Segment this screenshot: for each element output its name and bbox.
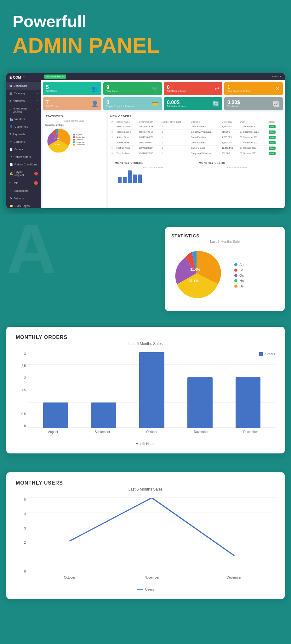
- bar-group-sep: [83, 352, 125, 428]
- line-svg-container: [28, 498, 275, 570]
- col-date: Date: [239, 120, 267, 124]
- sidebar-item-settings[interactable]: ⚙ Settings: [6, 195, 41, 202]
- settings-icon: ⚙: [9, 197, 12, 200]
- bar-group-aug: [35, 352, 77, 428]
- statistics-panel-title: STATISTICS: [45, 115, 103, 118]
- bars-container: [28, 352, 275, 428]
- y-label: 3: [16, 352, 28, 356]
- view-btn[interactable]: View: [269, 152, 276, 155]
- sidebar-label: Attributes: [13, 99, 25, 103]
- sidebar-label: Payments: [13, 133, 25, 136]
- bar-august: [43, 402, 68, 428]
- monthly-orders-subtitle: Last 6 Months Sales: [115, 166, 192, 169]
- sidebar-item-payout[interactable]: 💰 Payout request 1: [6, 168, 41, 179]
- sidebar-label: Return Conditions: [14, 163, 37, 166]
- x-label-dec: December: [226, 430, 275, 434]
- col-order: Order number: [138, 120, 160, 124]
- bar-oct: [128, 170, 132, 183]
- customers-icon: 👤: [9, 125, 13, 128]
- pie-large-container: 31.4% 57.1% Au Se Oc No De: [171, 248, 278, 305]
- col-customer: Customer: [190, 120, 220, 124]
- stats-row-2: 7 Total Vendors 👤 0 Payout Request in Pr…: [41, 97, 285, 112]
- monthly-users-subtitle: Last 6 Months Sales: [199, 166, 276, 169]
- sidebar-label: Customers: [14, 125, 28, 128]
- orders-icon: 🛒: [152, 85, 159, 92]
- stat-label: Total Vendors: [46, 105, 59, 107]
- sidebar-label: Home page settings: [13, 107, 35, 113]
- monthly-orders-title: MONTHLY ORDERS: [115, 161, 192, 164]
- sidebar-item-return-conditions[interactable]: 📄 Return Conditions: [6, 161, 41, 168]
- sidebar-item-attributes[interactable]: ≡ Attributes ›: [6, 97, 41, 105]
- dashboard-screenshot: E-COM ☰ ⊞ Dashboard ▦ Category › ≡ Attri…: [6, 73, 285, 208]
- help-badge: ●: [34, 181, 38, 185]
- statistics-large-card: STATISTICS Last 6 Months Sale 31.4%: [165, 227, 285, 311]
- stat-label: Total Cancelled Orders: [227, 90, 250, 92]
- view-btn[interactable]: View: [269, 141, 276, 144]
- view-btn[interactable]: View: [269, 125, 276, 128]
- monthly-orders-heading: MONTHLY ORDERS: [16, 335, 275, 340]
- stat-label: Your balance: [227, 105, 240, 107]
- stat-card-sales: 0.00$ Total value of sales 🔄: [164, 97, 222, 110]
- orders-panel-title: NEW ORDERS: [110, 115, 280, 118]
- x-label-nov: November: [176, 430, 226, 434]
- view-btn[interactable]: View: [269, 130, 276, 134]
- vendor-icon: 👤: [91, 100, 98, 107]
- y-label: 2: [16, 376, 28, 380]
- sidebar-logo: E-COM ☰: [6, 73, 41, 82]
- pie-legend: August September October November Decemb…: [73, 134, 85, 146]
- bar-september: [91, 402, 116, 428]
- view-btn[interactable]: View: [269, 136, 276, 139]
- cancel-icon: ✕: [275, 85, 280, 92]
- payout-icon: 💰: [9, 172, 13, 175]
- sidebar-item-return-orders[interactable]: ↩ Return orders: [6, 153, 41, 161]
- view-btn[interactable]: View: [269, 147, 276, 150]
- sidebar-item-homepage[interactable]: ⌂ Home page settings ›: [6, 105, 41, 115]
- bar-dec: [138, 175, 142, 183]
- return-icon: ↩: [214, 85, 219, 92]
- line-chart-area: 0 1 2 3 4 5: [16, 498, 275, 586]
- x-label-oct: October: [127, 430, 177, 434]
- monthly-users-sub: Last 6 Months Sales: [16, 487, 275, 491]
- sidebar-item-subscribers[interactable]: ✓ Subscribers: [6, 187, 41, 195]
- orders-icon: 📋: [9, 148, 13, 151]
- category-icon: ▦: [9, 92, 12, 95]
- attr-icon: ≡: [9, 99, 11, 103]
- sidebar-label: Help: [13, 181, 19, 185]
- statistics-card-subtitle: Last 6 Months Sale: [171, 240, 278, 243]
- y-label: 1: [16, 400, 28, 404]
- sidebar-item-orders[interactable]: 📋 Orders: [6, 146, 41, 153]
- x-label-group: November: [176, 430, 226, 434]
- home-icon: ⌂: [9, 108, 11, 112]
- x-label-group: October: [28, 576, 111, 579]
- statistics-card-title: STATISTICS: [171, 233, 278, 238]
- table-row: 6 Zara Fashion X5RM08TPB0 1 Gregory A Vi…: [110, 151, 280, 156]
- hero-subtitle: ADMIN PANEL: [13, 34, 278, 57]
- sidebar-item-vendors[interactable]: 🏪 Vendors: [6, 115, 41, 123]
- mini-bar-chart: [115, 170, 192, 183]
- sidebar-item-customers[interactable]: 👤 Customers: [6, 123, 41, 130]
- conditions-icon: 📄: [9, 163, 13, 166]
- sidebar-item-coupons[interactable]: ✂ Coupons: [6, 138, 41, 146]
- stat-card-payout: 0 Payout Request in Progress 💳: [103, 97, 162, 110]
- table-row: 3 Adidas Store OWT135KEZ6 1 Curtis Estel…: [110, 135, 280, 140]
- pie-svg-large: 31.4% 57.1%: [171, 248, 222, 298]
- x-label-dec: December: [193, 576, 275, 579]
- x-label-group: October: [127, 430, 177, 434]
- chevron-icon: ›: [37, 100, 38, 102]
- logo-icon: ☰: [23, 76, 25, 79]
- pie-chart: 31.4% 57.1%: [45, 127, 71, 153]
- sidebar-item-dashboard[interactable]: ⊞ Dashboard: [6, 82, 41, 90]
- y-label: 0: [16, 570, 28, 573]
- statistics-panel: STATISTICS Last 6 Months Sales Monthly e…: [43, 112, 106, 208]
- stat-card-users: 5 Total Users 👥: [43, 82, 101, 95]
- col-products: Number of products: [160, 120, 190, 124]
- stat-value: 0.00$: [167, 100, 186, 105]
- svg-text:57.1%: 57.1%: [189, 279, 198, 283]
- sidebar-item-cms[interactable]: 📁 CMS Pages: [6, 202, 41, 208]
- payout-icon: 💳: [152, 100, 159, 107]
- sidebar-item-category[interactable]: ▦ Category ›: [6, 90, 41, 97]
- bar-group-dec: [227, 352, 269, 428]
- stat-card-cancelled: 1 Total Cancelled Orders ✕: [224, 82, 283, 95]
- sidebar-item-payments[interactable]: $ Payments: [6, 130, 41, 138]
- sidebar-item-help[interactable]: ? Help ●: [6, 179, 41, 187]
